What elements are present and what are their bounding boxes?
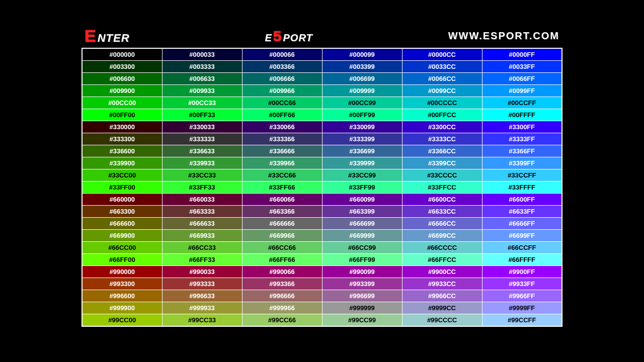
color-cell: #996600 [82, 290, 162, 302]
color-cell: #996633 [162, 290, 242, 302]
color-cell: #9999CC [402, 302, 482, 314]
color-cell: #003399 [322, 61, 402, 73]
table-row: #663300#663333#663366#663399#6633CC#6633… [82, 206, 562, 218]
table-row: #99CC00#99CC33#99CC66#99CC99#99CCCC#99CC… [82, 314, 562, 327]
color-cell: #999999 [322, 302, 402, 314]
color-cell: #00FFFF [482, 109, 562, 121]
color-cell: #6699FF [482, 230, 562, 242]
color-cell: #669966 [242, 230, 322, 242]
color-cell: #996666 [242, 290, 322, 302]
logo-enter-initial: E [85, 27, 97, 44]
color-cell: #999966 [242, 302, 322, 314]
color-cell: #33FFCC [402, 182, 482, 194]
color-cell: #333333 [162, 133, 242, 145]
table-row: #000000#000033#000066#000099#0000CC#0000… [82, 48, 562, 61]
color-cell: #00CC00 [82, 97, 162, 109]
color-cell: #339999 [322, 157, 402, 169]
table-row: #333300#333333#333366#333399#3333CC#3333… [82, 133, 562, 145]
color-cell: #993399 [322, 278, 402, 290]
color-cell: #9900FF [482, 266, 562, 278]
color-cell: #339900 [82, 157, 162, 169]
table-row: #66CC00#66CC33#66CC66#66CC99#66CCCC#66CC… [82, 242, 562, 254]
table-row: #33CC00#33CC33#33CC66#33CC99#33CCCC#33CC… [82, 169, 562, 182]
color-cell: #99CCCC [402, 314, 482, 327]
color-cell: #33CCCC [402, 169, 482, 182]
color-cell: #0000CC [402, 48, 482, 61]
color-cell: #33FF66 [242, 182, 322, 194]
color-cell: #009900 [82, 85, 162, 97]
table-row: #00FF00#00FF33#00FF66#00FF99#00FFCC#00FF… [82, 109, 562, 121]
color-cell: #990000 [82, 266, 162, 278]
color-cell: #00FF66 [242, 109, 322, 121]
color-cell: #666666 [242, 218, 322, 230]
color-cell: #00CCCC [402, 97, 482, 109]
color-cell: #009933 [162, 85, 242, 97]
color-cell: #99CC66 [242, 314, 322, 327]
banner: E NTER E 5 PORT WWW.ESPORT.COM [82, 27, 562, 48]
color-cell: #00FF00 [82, 109, 162, 121]
color-cell: #99CC00 [82, 314, 162, 327]
color-cell: #999933 [162, 302, 242, 314]
color-cell: #66FF66 [242, 254, 322, 266]
table-row: #009900#009933#009966#009999#0099CC#0099… [82, 85, 562, 97]
color-cell: #006600 [82, 73, 162, 85]
color-cell: #33CC66 [242, 169, 322, 182]
color-cell: #990099 [322, 266, 402, 278]
logo-esport-pre: E [265, 32, 272, 44]
table-row: #990000#990033#990066#990099#9900CC#9900… [82, 266, 562, 278]
color-cell: #333366 [242, 133, 322, 145]
color-cell: #66CC00 [82, 242, 162, 254]
color-cell: #009966 [242, 85, 322, 97]
color-cell: #990066 [242, 266, 322, 278]
color-cell: #990033 [162, 266, 242, 278]
color-cell: #666699 [322, 218, 402, 230]
color-cell: #99CC33 [162, 314, 242, 327]
color-cell: #6666FF [482, 218, 562, 230]
color-cell: #330099 [322, 121, 402, 133]
color-cell: #0033CC [402, 61, 482, 73]
color-cell: #330033 [162, 121, 242, 133]
table-row: #33FF00#33FF33#33FF66#33FF99#33FFCC#33FF… [82, 182, 562, 194]
color-cell: #3300CC [402, 121, 482, 133]
table-row: #660000#660033#660066#660099#6600CC#6600… [82, 194, 562, 206]
color-cell: #6666CC [402, 218, 482, 230]
table-row: #330000#330033#330066#330099#3300CC#3300… [82, 121, 562, 133]
color-cell: #0000FF [482, 48, 562, 61]
color-cell: #006699 [322, 73, 402, 85]
color-cell: #333399 [322, 133, 402, 145]
color-cell: #999900 [82, 302, 162, 314]
site-url: WWW.ESPORT.COM [448, 30, 559, 42]
color-cell: #00CC33 [162, 97, 242, 109]
color-cell: #9900CC [402, 266, 482, 278]
color-cell: #663300 [82, 206, 162, 218]
color-cell: #669933 [162, 230, 242, 242]
logo-esport: E 5 PORT [265, 29, 313, 44]
color-cell: #00FF99 [322, 109, 402, 121]
color-cell: #00CC66 [242, 97, 322, 109]
color-cell: #993333 [162, 278, 242, 290]
color-cell: #66FF33 [162, 254, 242, 266]
color-cell: #0099FF [482, 85, 562, 97]
color-cell: #336699 [322, 145, 402, 157]
table-row: #669900#669933#669966#669999#6699CC#6699… [82, 230, 562, 242]
color-cell: #330066 [242, 121, 322, 133]
table-row: #666600#666633#666666#666699#6666CC#6666… [82, 218, 562, 230]
color-cell: #0066CC [402, 73, 482, 85]
color-cell: #66FFFF [482, 254, 562, 266]
color-cell: #669900 [82, 230, 162, 242]
color-cell: #66CC66 [242, 242, 322, 254]
color-cell: #003366 [242, 61, 322, 73]
table-row: #00CC00#00CC33#00CC66#00CC99#00CCCC#00CC… [82, 97, 562, 109]
color-cell: #99CC99 [322, 314, 402, 327]
color-cell: #000000 [82, 48, 162, 61]
color-cell: #00FF33 [162, 109, 242, 121]
logo-esport-post: PORT [283, 32, 313, 44]
color-cell: #6633FF [482, 206, 562, 218]
table-row: #003300#003333#003366#003399#0033CC#0033… [82, 61, 562, 73]
color-cell: #33CC00 [82, 169, 162, 182]
color-cell: #3399FF [482, 157, 562, 169]
color-cell: #660033 [162, 194, 242, 206]
color-cell: #66CCCC [402, 242, 482, 254]
color-cell: #336633 [162, 145, 242, 157]
color-cell: #663399 [322, 206, 402, 218]
